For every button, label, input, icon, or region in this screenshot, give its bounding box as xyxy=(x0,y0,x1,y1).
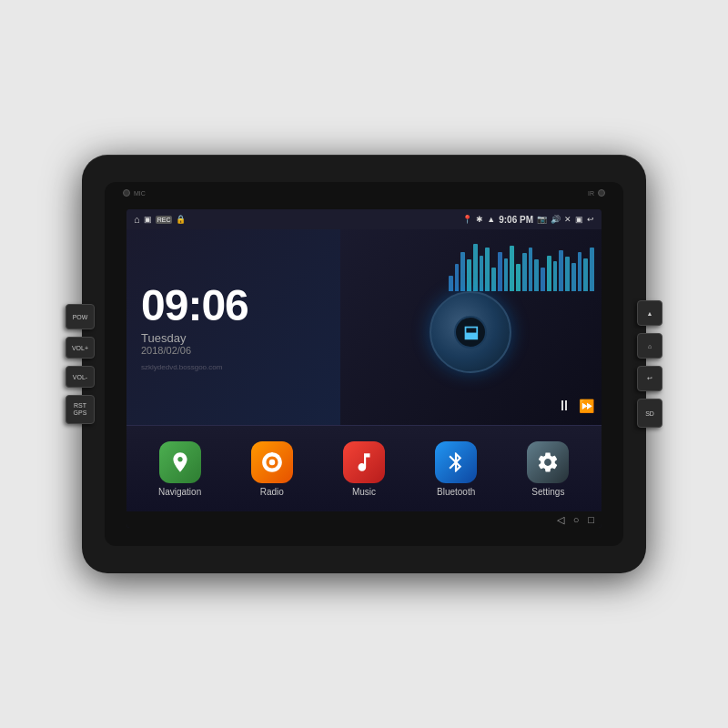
bluetooth-status-icon: ✱ xyxy=(476,215,483,224)
music-visualizer xyxy=(449,237,594,291)
mic-label: MIC xyxy=(134,190,146,197)
status-bar-left: ⌂ ▣ REC 🔒 xyxy=(134,214,186,225)
location-icon: 📍 xyxy=(462,215,472,224)
settings-app-icon xyxy=(527,441,569,483)
close-icon: ✕ xyxy=(564,215,571,224)
navigation-app-icon xyxy=(159,441,201,483)
disc-art: ⬓ xyxy=(430,291,511,373)
music-app-icon xyxy=(343,441,385,483)
bluetooth-app-icon xyxy=(435,441,477,483)
camera-led xyxy=(123,189,130,197)
app-music[interactable]: Music xyxy=(332,441,396,497)
ir-label: IR xyxy=(588,190,594,197)
radio-app-icon xyxy=(251,441,293,483)
volume-icon: 🔊 xyxy=(551,215,561,224)
svg-point-1 xyxy=(270,460,273,463)
android-back-button[interactable]: ◁ xyxy=(557,514,564,526)
android-nav-bar: ◁ ○ □ xyxy=(126,511,602,528)
volume-up-button[interactable]: VOL+ xyxy=(66,337,95,359)
clock-panel: 09:06 Tuesday 2018/02/06 szklydedvd.boss… xyxy=(126,229,340,425)
app-bluetooth[interactable]: Bluetooth xyxy=(424,441,488,497)
disc-center: ⬓ xyxy=(454,316,487,349)
notification-icon: ▣ xyxy=(144,215,152,224)
play-pause-button[interactable]: ⏸ xyxy=(557,398,571,414)
app-radio[interactable]: Radio xyxy=(240,441,304,497)
recent-apps-icon: ▣ xyxy=(575,215,583,224)
sd-button[interactable]: SD xyxy=(637,399,662,428)
car-head-unit: POW VOL+ VOL- RST GPS ▲ ⌂ ↩ SD MIC IR xyxy=(82,155,646,573)
volume-down-button[interactable]: VOL- xyxy=(66,366,95,388)
power-button[interactable]: POW xyxy=(66,304,95,329)
left-button-group: POW VOL+ VOL- RST GPS xyxy=(66,304,95,424)
rec-badge: REC xyxy=(156,216,173,224)
back-nav-icon[interactable]: ↩ xyxy=(587,215,594,224)
ir-led xyxy=(598,189,605,197)
home-button[interactable]: ⌂ xyxy=(637,333,662,359)
app-navigation[interactable]: Navigation xyxy=(148,441,212,497)
right-button-group: ▲ ⌂ ↩ SD xyxy=(637,300,662,428)
radio-app-label: Radio xyxy=(260,487,284,497)
status-bar: ⌂ ▣ REC 🔒 📍 ✱ ▲ 9:06 PM 📷 🔊 ✕ ▣ ↩ xyxy=(126,209,602,229)
home-status-icon[interactable]: ⌂ xyxy=(134,214,140,225)
bluetooth-disc-icon: ⬓ xyxy=(463,322,479,342)
clock-date-display: 2018/02/06 xyxy=(141,345,326,356)
playback-controls: ⏸ ⏩ xyxy=(557,398,594,414)
clock-day-display: Tuesday xyxy=(141,331,326,345)
music-app-label: Music xyxy=(352,487,376,497)
top-indicators: MIC IR xyxy=(105,189,623,197)
lock-icon: 🔒 xyxy=(176,215,186,224)
rst-gps-button[interactable]: RST GPS xyxy=(66,395,95,424)
android-home-button[interactable]: ○ xyxy=(573,514,580,525)
status-bar-right: 📍 ✱ ▲ 9:06 PM 📷 🔊 ✕ ▣ ↩ xyxy=(462,215,594,225)
media-disc: ⬓ xyxy=(430,291,511,373)
app-settings[interactable]: Settings xyxy=(516,441,580,497)
main-content-area: 09:06 Tuesday 2018/02/06 szklydedvd.boss… xyxy=(126,229,602,425)
device-bezel: MIC IR ⌂ ▣ REC 🔒 📍 ✱ ▲ xyxy=(105,182,623,546)
screen: ⌂ ▣ REC 🔒 📍 ✱ ▲ 9:06 PM 📷 🔊 ✕ ▣ ↩ xyxy=(126,209,602,528)
status-time: 9:06 PM xyxy=(499,215,533,225)
eject-button[interactable]: ▲ xyxy=(637,300,662,326)
media-panel: ⬓ ⏸ ⏩ xyxy=(340,229,602,425)
settings-app-label: Settings xyxy=(531,487,564,497)
navigation-app-label: Navigation xyxy=(158,487,201,497)
apps-bar: Navigation Radio xyxy=(126,425,602,511)
bluetooth-app-label: Bluetooth xyxy=(437,487,475,497)
watermark-text: szklydedvd.bossgoo.com xyxy=(141,363,326,371)
fast-forward-button[interactable]: ⏩ xyxy=(579,399,594,413)
wifi-icon: ▲ xyxy=(487,215,495,224)
clock-time-display: 09:06 xyxy=(141,284,326,328)
android-recents-button[interactable]: □ xyxy=(588,514,594,525)
camera-icon: 📷 xyxy=(537,215,547,224)
back-button[interactable]: ↩ xyxy=(637,366,662,391)
